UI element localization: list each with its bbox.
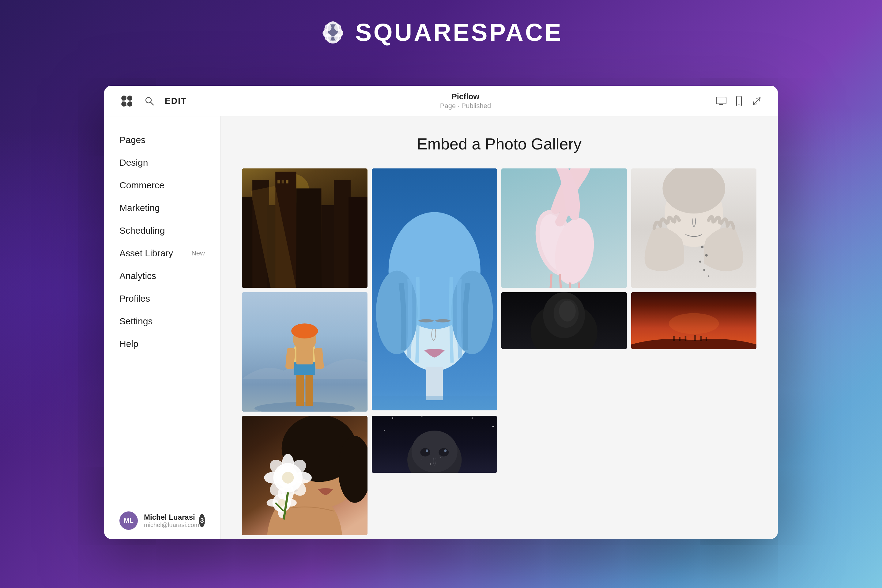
svg-rect-71 bbox=[296, 406, 314, 412]
svg-point-4 bbox=[121, 96, 126, 101]
blue-portrait-illustration bbox=[372, 168, 497, 410]
desktop-view-button[interactable] bbox=[716, 95, 727, 107]
mini-logo[interactable] bbox=[119, 94, 134, 108]
svg-rect-39 bbox=[372, 396, 497, 410]
flamingos-illustration bbox=[501, 168, 627, 288]
squarespace-logo-large bbox=[319, 19, 346, 46]
svg-point-102 bbox=[282, 472, 294, 484]
svg-point-126 bbox=[430, 464, 431, 465]
svg-point-6 bbox=[121, 101, 126, 106]
page-status: Page · Published bbox=[440, 102, 491, 110]
photo-beach-person bbox=[242, 292, 368, 412]
photo-gallery-grid bbox=[242, 168, 756, 536]
user-details: Michel Luarasi michel@luarasi.com bbox=[144, 513, 199, 529]
svg-rect-25 bbox=[282, 180, 284, 183]
svg-point-7 bbox=[127, 101, 132, 106]
main-area: Pages Design Commerce Marketing Scheduli… bbox=[104, 116, 778, 539]
svg-point-119 bbox=[492, 426, 494, 427]
mobile-icon bbox=[733, 95, 745, 107]
user-info[interactable]: ML Michel Luarasi michel@luarasi.com bbox=[119, 512, 199, 530]
svg-point-5 bbox=[127, 96, 132, 101]
svg-rect-80 bbox=[684, 336, 686, 341]
page-content: Embed a Photo Gallery bbox=[220, 116, 778, 539]
building-illustration bbox=[242, 168, 368, 288]
svg-rect-26 bbox=[286, 180, 288, 183]
photo-bw-portrait bbox=[631, 168, 757, 288]
svg-rect-30 bbox=[348, 197, 367, 288]
expand-button[interactable] bbox=[751, 95, 763, 107]
sidebar-item-pages[interactable]: Pages bbox=[119, 129, 205, 151]
expand-icon bbox=[751, 95, 763, 107]
edit-button[interactable]: EDIT bbox=[165, 96, 187, 106]
photo-flamingos bbox=[501, 168, 627, 288]
sidebar-item-design[interactable]: Design bbox=[119, 151, 205, 174]
search-icon bbox=[144, 96, 155, 106]
svg-point-84 bbox=[669, 313, 719, 334]
dark-portrait-illustration bbox=[501, 292, 627, 349]
photo-flower-portrait bbox=[242, 416, 368, 536]
flower-portrait-illustration bbox=[242, 416, 368, 536]
svg-rect-11 bbox=[716, 97, 726, 104]
svg-point-56 bbox=[703, 269, 705, 271]
svg-point-121 bbox=[411, 430, 457, 472]
app-window: EDIT Picflow Page · Published bbox=[104, 86, 778, 539]
svg-point-116 bbox=[471, 417, 472, 418]
svg-rect-79 bbox=[679, 337, 680, 341]
user-name: Michel Luarasi bbox=[144, 513, 199, 522]
sidebar-footer: ML Michel Luarasi michel@luarasi.com 3 bbox=[104, 502, 220, 539]
top-bar-right bbox=[695, 95, 763, 107]
svg-rect-38 bbox=[426, 367, 443, 400]
svg-point-125 bbox=[444, 449, 447, 452]
svg-point-124 bbox=[426, 449, 428, 452]
svg-point-127 bbox=[440, 457, 441, 458]
svg-point-54 bbox=[705, 254, 707, 256]
svg-point-123 bbox=[438, 448, 448, 456]
sidebar-item-help[interactable]: Help bbox=[119, 333, 205, 355]
svg-rect-29 bbox=[334, 180, 351, 288]
photo-desert bbox=[631, 292, 757, 349]
search-button[interactable] bbox=[143, 95, 156, 107]
svg-point-118 bbox=[384, 430, 385, 431]
svg-rect-82 bbox=[700, 336, 702, 341]
photo-dark-portrait bbox=[501, 292, 627, 349]
brand-name: SQUARESPACE bbox=[355, 18, 563, 46]
svg-point-112 bbox=[392, 417, 393, 418]
svg-rect-78 bbox=[673, 336, 674, 341]
sidebar: Pages Design Commerce Marketing Scheduli… bbox=[104, 116, 220, 539]
svg-rect-83 bbox=[705, 337, 706, 341]
notification-badge[interactable]: 3 bbox=[199, 514, 205, 527]
nav-items: Pages Design Commerce Marketing Scheduli… bbox=[104, 129, 220, 502]
svg-rect-81 bbox=[694, 335, 696, 341]
sidebar-item-settings[interactable]: Settings bbox=[119, 310, 205, 333]
svg-point-55 bbox=[699, 261, 701, 263]
svg-point-76 bbox=[559, 300, 576, 321]
svg-rect-24 bbox=[278, 180, 280, 183]
svg-point-53 bbox=[701, 246, 703, 248]
sidebar-item-profiles[interactable]: Profiles bbox=[119, 287, 205, 310]
svg-rect-27 bbox=[296, 188, 321, 288]
desktop-icon bbox=[716, 95, 727, 107]
beach-person-illustration bbox=[242, 292, 368, 412]
sidebar-item-asset-library[interactable]: Asset Library New bbox=[119, 242, 205, 265]
user-email: michel@luarasi.com bbox=[144, 522, 199, 529]
desert-illustration bbox=[631, 292, 757, 349]
sidebar-item-scheduling[interactable]: Scheduling bbox=[119, 219, 205, 242]
sidebar-item-analytics[interactable]: Analytics bbox=[119, 265, 205, 287]
bw-portrait-illustration bbox=[631, 168, 757, 288]
svg-point-122 bbox=[420, 448, 430, 456]
photo-building bbox=[242, 168, 368, 288]
svg-line-10 bbox=[151, 102, 153, 105]
sidebar-item-marketing[interactable]: Marketing bbox=[119, 196, 205, 219]
sidebar-item-commerce[interactable]: Commerce bbox=[119, 174, 205, 196]
svg-point-104 bbox=[278, 488, 285, 500]
mobile-view-button[interactable] bbox=[733, 95, 745, 107]
svg-point-70 bbox=[291, 323, 318, 338]
svg-point-15 bbox=[739, 104, 740, 105]
svg-point-57 bbox=[707, 275, 709, 277]
top-bar-center: Picflow Page · Published bbox=[236, 92, 695, 110]
gallery-title: Embed a Photo Gallery bbox=[242, 135, 756, 153]
avatar: ML bbox=[119, 512, 138, 530]
photo-starry-face bbox=[372, 416, 497, 473]
top-bar: EDIT Picflow Page · Published bbox=[104, 86, 778, 116]
starry-face-illustration bbox=[372, 416, 497, 473]
